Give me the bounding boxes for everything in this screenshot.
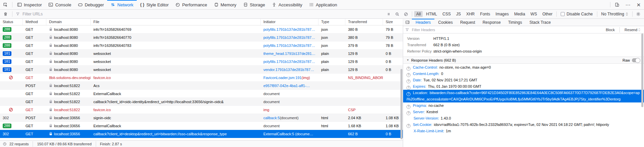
column-header-method[interactable]: Method [23, 19, 46, 25]
toolbox-tab-performance[interactable]: Performance [172, 0, 210, 9]
expander-triangle-icon[interactable]: ▼ [406, 59, 409, 62]
close-devtools-button[interactable]: ✕ [633, 0, 644, 9]
toolbox-tab-debugger[interactable]: Debugger [75, 0, 107, 9]
header-row-set-cookie[interactable]: ?Set-Cookie:idsrv=adf6cba1-7075-402b-9ec… [403, 122, 644, 128]
details-tab-headers[interactable]: Headers [412, 19, 434, 26]
request-row[interactable]: 302POSTlocalhost:33656signin-oidccallbac… [0, 114, 403, 122]
raw-toggle[interactable] [632, 58, 640, 62]
type-filter-media[interactable]: Media [512, 11, 527, 17]
request-row[interactable]: 101GETlocalhost:8080websocketpolyfills.1… [0, 58, 403, 66]
request-blocking-button[interactable] [402, 12, 411, 16]
column-header-size[interactable]: Size [383, 19, 403, 25]
initiator-link[interactable]: FaviconLoader.jsm:191 [263, 76, 302, 80]
header-row-server[interactable]: ?Server:Kestrel [403, 109, 644, 115]
node-picker-button[interactable] [0, 0, 11, 9]
header-row-location[interactable]: ?Location:bitwarden://sso-callback?code=… [403, 90, 644, 102]
type-filter-all[interactable]: All [414, 11, 423, 17]
details-tab-cookies[interactable]: Cookies [434, 19, 456, 26]
header-row-server-version[interactable]: Server-Version:1.43.0 [403, 115, 644, 122]
toolbox-tab-accessibility[interactable]: Accessibility [268, 0, 306, 9]
toolbox-tab-inspector[interactable]: Inspector [14, 0, 45, 9]
help-icon[interactable]: ? [406, 86, 411, 90]
network-settings-button[interactable] [634, 12, 643, 16]
request-row[interactable]: GET8bit-solutions-dev.onelogin.…favicon.… [0, 74, 403, 82]
response-headers-section[interactable]: ▼ Response Headers (662 B) Raw [403, 57, 644, 64]
initiator-link[interactable]: polyfills.1791b137de281b787… [263, 27, 315, 31]
request-row[interactable]: 200GETlocalhost:8080info?t=1635826640770… [0, 33, 403, 42]
type-filter-js[interactable]: JS [454, 11, 463, 17]
toolbox-tab-memory[interactable]: Memory [211, 0, 240, 9]
request-row[interactable]: GETlocalhost:51822callback?client_id=oid… [0, 98, 403, 106]
header-row-date[interactable]: ?Date:Tue, 02 Nov 2021 04:17:21 GMT [403, 77, 644, 83]
type-filter-css[interactable]: CSS [440, 11, 453, 17]
request-row[interactable]: 200GETlocalhost:33656ExternalCallbackdoc… [0, 122, 403, 130]
type-filter-images[interactable]: Images [493, 11, 511, 17]
details-tab-request[interactable]: Request [457, 19, 479, 26]
help-icon[interactable]: ? [406, 111, 411, 115]
request-row[interactable]: 200GETlocalhost:8080info?t=1635826640769… [0, 25, 403, 33]
clear-requests-button[interactable] [0, 10, 11, 18]
toolbox-tab-console[interactable]: Console [45, 0, 75, 9]
column-header-file[interactable]: File [91, 19, 261, 25]
initiator-link[interactable]: vendor.1791b137de281b787… [263, 68, 314, 72]
help-icon[interactable]: ? [406, 73, 411, 77]
request-row[interactable]: 101GETlocalhost:8080websocketvendor.1791… [0, 66, 403, 74]
toolbox-tab-label: Inspector [24, 2, 42, 7]
filter-urls-input[interactable] [22, 11, 384, 17]
initiator-link[interactable]: e957f897-042e-4ba1-aff1-… [263, 84, 310, 88]
details-tab-stack-trace[interactable]: Stack Trace [526, 19, 554, 26]
responsive-design-button[interactable] [612, 0, 622, 9]
request-row[interactable]: 200GETlocalhost:8080info?t=1635826640783… [0, 42, 403, 50]
column-header-initiator[interactable]: Initiator [261, 19, 318, 25]
header-row-cache-control[interactable]: ?Cache-Control:no-store, no-cache, max-a… [403, 64, 644, 71]
type-filter-ws[interactable]: WS [528, 11, 539, 17]
toolbox-tab-style-editor[interactable]: { }Style Editor [137, 0, 172, 9]
resend-button[interactable]: Resend [623, 28, 642, 32]
help-icon[interactable]: ? [406, 79, 411, 83]
block-url-button[interactable]: Block [604, 28, 616, 32]
help-icon[interactable]: ? [406, 92, 411, 96]
initiator-link[interactable]: theme_head.1791b137de281… [263, 52, 315, 56]
details-scrollbar[interactable] [641, 33, 643, 107]
column-header-status[interactable]: Status [0, 19, 23, 25]
disable-cache-toggle[interactable]: Disable Cache [558, 12, 595, 16]
type-filter-xhr[interactable]: XHR [464, 11, 477, 17]
initiator-link[interactable]: polyfills.1791b137de281b787… [263, 60, 315, 64]
request-row[interactable]: 302GETlocalhost:33656callback?client_id=… [0, 130, 403, 138]
toolbox-tab-storage[interactable]: Storage [240, 0, 269, 9]
request-row[interactable]: GETlocalhost:51822ExternalCallbackdocume… [0, 90, 403, 98]
request-row[interactable]: 101GETlocalhost:8080websockettheme_head.… [0, 50, 403, 58]
search-button[interactable] [393, 12, 402, 16]
request-row[interactable]: POSTlocalhost:51822Acse957f897-042e-4ba1… [0, 82, 403, 90]
column-header-domain[interactable]: Domain [46, 19, 91, 25]
help-icon[interactable]: ? [406, 124, 411, 128]
column-header-transferred[interactable]: Transferred [345, 19, 383, 25]
column-header-type[interactable]: Type [318, 19, 345, 25]
header-row-pragma[interactable]: ?Pragma:no-cache [403, 102, 644, 109]
disable-cache-checkbox[interactable] [561, 12, 565, 16]
initiator-link[interactable]: polyfills.1791b137de281b787… [263, 35, 315, 40]
help-icon[interactable]: ? [406, 105, 411, 109]
help-icon[interactable]: ? [406, 67, 411, 71]
details-tab-response[interactable]: Response [479, 19, 504, 26]
initiator-link[interactable]: polyfills.1791b137de281b787… [263, 44, 315, 48]
header-row-content-length[interactable]: ?Content-Length:0 [403, 71, 644, 77]
pause-traffic-button[interactable] [384, 12, 393, 16]
throttling-dropdown[interactable]: No Throttling [599, 12, 631, 16]
filter-headers-input[interactable] [411, 27, 602, 32]
details-tab-timings[interactable]: Timings [504, 19, 526, 26]
type-filter-fonts[interactable]: Fonts [478, 11, 492, 17]
summary-value: strict-origin-when-cross-origin [433, 48, 482, 55]
initiator-link[interactable]: callback:5 [263, 116, 280, 120]
meatball-menu-button[interactable]: ⋯ [622, 0, 633, 9]
request-list-scrollbar[interactable] [400, 69, 402, 139]
toolbox-tab-application[interactable]: Application [306, 0, 341, 9]
type-filter-other[interactable]: Other [540, 11, 554, 17]
collapse-details-button[interactable] [403, 19, 412, 26]
type-filter-html[interactable]: HTML [424, 11, 439, 17]
request-row[interactable]: GETlocalhost:51822favicon.icoimgCSP [0, 106, 403, 114]
header-row-expires[interactable]: ?Expires:Thu, 01 Jan 1970 00:00:00 GMT [403, 83, 644, 90]
header-row-x-rate-limit-limit[interactable]: X-Rate-Limit-Limit:1m [403, 128, 644, 134]
toolbox-tab-network[interactable]: Network [107, 0, 137, 9]
network-toolbar: AllHTMLCSSJSXHRFontsImagesMediaWSOther D… [0, 10, 644, 19]
